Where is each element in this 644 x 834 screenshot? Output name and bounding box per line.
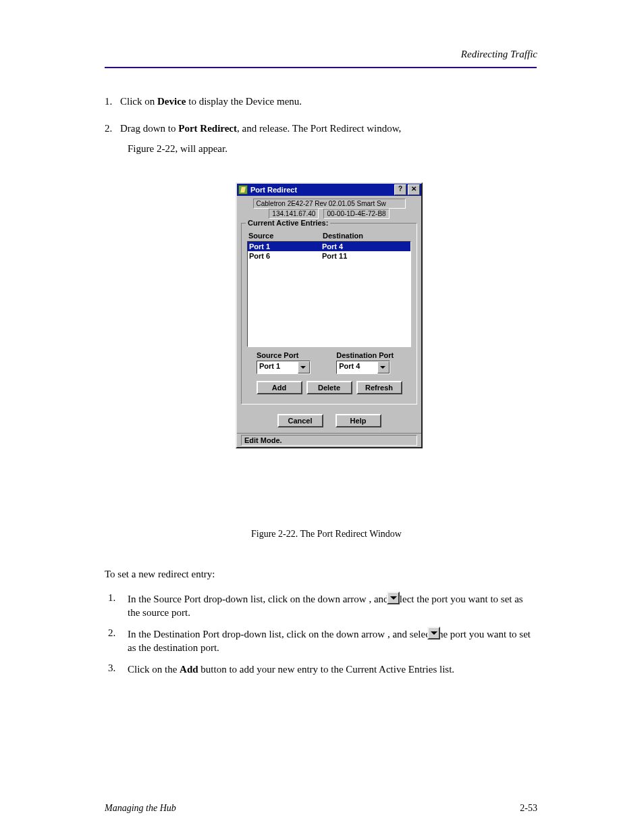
app-icon	[238, 185, 248, 194]
running-head: Redirecting Traffic	[461, 49, 537, 60]
dest-port-combo[interactable]: Port 4	[336, 361, 390, 374]
active-entries-label: Current Active Entries:	[246, 219, 330, 227]
list-item-source: Port 1	[249, 242, 322, 251]
statusbar: Edit Mode.	[237, 433, 421, 447]
intro-1-num: 1.	[105, 96, 112, 107]
step-3-num: 3.	[108, 662, 115, 674]
list-item-source: Port 6	[249, 251, 322, 261]
device-ip: 134.141.67.40	[269, 209, 319, 219]
device-info: Cabletron 2E42-27 Rev 02.01.05 Smart Sw …	[237, 196, 421, 220]
intro-2-num: 2.	[105, 123, 112, 134]
list-item[interactable]: Port 6 Port 11	[248, 251, 410, 261]
list-header: Source Destination	[248, 232, 410, 240]
setting-title: To set a new redirect entry:	[105, 569, 215, 580]
header-rule	[105, 67, 537, 68]
step-2a: In the Destination Port drop-down list, …	[128, 629, 387, 640]
port-redirect-window: Port Redirect ? ✕ Cabletron 2E42-27 Rev …	[236, 182, 423, 448]
titlebar[interactable]: Port Redirect ? ✕	[237, 184, 421, 196]
status-text: Edit Mode.	[241, 435, 417, 446]
col-dest: Destination	[323, 232, 410, 240]
intro-line-2: 2. Drag down to Port Redirect, and relea…	[105, 122, 537, 135]
close-icon[interactable]: ✕	[408, 184, 420, 195]
source-port-combo[interactable]: Port 1	[257, 361, 311, 374]
intro-line-1: 1. Click on Device to display the Device…	[105, 95, 537, 108]
device-mac: 00-00-1D-4E-72-B8	[323, 209, 389, 219]
figure-caption: Figure 2-22. The Port Redirect Window	[251, 529, 402, 540]
cancel-button[interactable]: Cancel	[277, 414, 323, 427]
active-entries-group: Current Active Entries: Source Destinati…	[241, 223, 417, 405]
step-1: In the Source Port drop-down list, click…	[128, 592, 537, 620]
footer-page-number: 2-53	[520, 803, 537, 814]
step-3a: Click on the	[128, 664, 180, 675]
source-port-label: Source Port	[257, 351, 322, 359]
col-source: Source	[248, 232, 323, 240]
intro-1c: to display the Device menu.	[186, 96, 302, 107]
help-button[interactable]: Help	[336, 414, 381, 427]
step-3c: button to add your new entry to the Curr…	[198, 664, 455, 675]
intro-1b: Device	[157, 96, 186, 107]
step-3b: Add	[180, 664, 198, 675]
chevron-down-icon[interactable]	[377, 361, 390, 373]
source-port-value: Port 1	[257, 361, 298, 373]
device-string: Cabletron 2E42-27 Rev 02.01.05 Smart Sw	[253, 199, 406, 209]
intro-2b: Port Redirect	[178, 123, 237, 134]
intro-line-3: Figure 2-22, will appear.	[128, 142, 560, 155]
active-entries-list[interactable]: Port 1 Port 4 Port 6 Port 11	[247, 241, 411, 347]
step-2: In the Destination Port drop-down list, …	[128, 627, 537, 655]
step-1a: In the Source Port drop-down list, click…	[128, 594, 369, 604]
add-button[interactable]: Add	[257, 381, 302, 394]
window-title: Port Redirect	[250, 186, 393, 194]
delete-button[interactable]: Delete	[306, 381, 352, 394]
chevron-down-icon	[427, 627, 440, 640]
dest-port-label: Destination Port	[336, 351, 402, 359]
list-item-dest: Port 11	[322, 251, 409, 261]
chevron-down-icon[interactable]	[298, 361, 310, 373]
list-item-dest: Port 4	[322, 242, 409, 251]
list-item[interactable]: Port 1 Port 4	[248, 242, 410, 251]
intro-2c: , and release. The Port Redirect window,	[237, 123, 401, 134]
dest-port-value: Port 4	[337, 361, 377, 373]
chevron-down-icon	[387, 592, 400, 604]
help-icon[interactable]: ?	[394, 184, 406, 195]
step-2-num: 2.	[108, 627, 115, 639]
intro-2a: Drag down to	[120, 123, 178, 134]
step-1-num: 1.	[108, 592, 115, 604]
intro-1a: Click on	[120, 96, 157, 107]
step-3: Click on the Add button to add your new …	[128, 662, 537, 676]
footer-left: Managing the Hub	[105, 803, 176, 814]
refresh-button[interactable]: Refresh	[356, 381, 402, 394]
